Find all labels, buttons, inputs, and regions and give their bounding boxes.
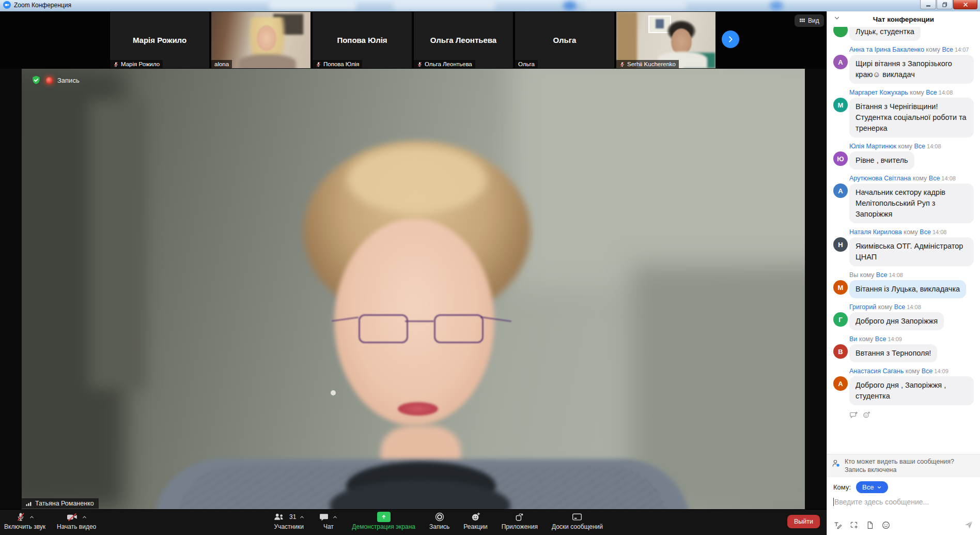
video-blob xyxy=(656,19,664,28)
camera-muted-icon xyxy=(66,512,79,522)
participant-name-label: Serhii Kucherenko xyxy=(627,61,676,67)
video-person-glasses xyxy=(359,314,408,343)
participants-button[interactable]: 31 Участники xyxy=(273,511,305,530)
view-button-label: Вид xyxy=(808,17,819,24)
participant-tile[interactable]: Попова Юлія Попова Юлія xyxy=(312,11,412,69)
emoji-icon[interactable] xyxy=(881,521,891,530)
maximize-button[interactable] xyxy=(937,0,953,9)
chat-message: Маргарет Кожухарь кому Все14:08 М Вітанн… xyxy=(833,89,974,137)
view-button[interactable]: Вид xyxy=(795,14,824,27)
participant-tile[interactable]: Марія Рожило Марія Рожило xyxy=(110,11,210,69)
screenshot-icon[interactable] xyxy=(849,521,859,530)
start-video-label: Начать видео xyxy=(57,523,96,530)
chat-visibility-notice: Кто может видеть ваши сообщения? Запись … xyxy=(827,454,980,478)
participant-tile[interactable]: Ольга Ольга xyxy=(515,11,615,69)
avatar: М xyxy=(833,280,848,295)
chevron-down-icon xyxy=(877,485,882,490)
apps-button[interactable]: Приложения xyxy=(502,511,538,530)
record-button[interactable]: Запись xyxy=(429,511,449,530)
avatar: М xyxy=(833,98,848,112)
next-participants-button[interactable] xyxy=(722,30,739,48)
active-speaker-name: Татьяна Романенко xyxy=(35,500,94,507)
recording-dot-icon xyxy=(46,77,53,84)
participants-label: Участники xyxy=(274,523,304,530)
whiteboards-button[interactable]: Доски сообщений xyxy=(552,511,603,530)
meeting-content: Марія Рожило Марія Рожило alona Поп xyxy=(0,11,827,535)
titlebar-glass xyxy=(584,2,687,10)
reactions-icon xyxy=(471,512,481,522)
participant-tile[interactable]: Serhii Kucherenko xyxy=(616,11,716,69)
message-recipient: Все xyxy=(894,303,906,311)
chat-title: Чат конференции xyxy=(873,16,934,23)
message-recipient: Все xyxy=(942,46,953,53)
chat-panel: Чат конференции Луцьк, студентка Анна та… xyxy=(827,11,980,535)
chevron-up-icon[interactable] xyxy=(332,514,338,520)
share-screen-button[interactable]: Демонстрация экрана xyxy=(352,511,415,530)
chat-compose: Кому: Все Введите здесь сообщение... xyxy=(827,477,980,535)
message-time: 14:08 xyxy=(932,229,947,235)
video-blob xyxy=(512,69,805,286)
participant-tile[interactable]: Ольга Леонтьева Ольга Леонтьева xyxy=(413,11,514,69)
message-bubble: Доброго дня , Запоріжжя , студентка xyxy=(849,376,974,405)
main-speaker-video: Запись Татьяна Романенко xyxy=(22,69,805,510)
recipient-selector[interactable]: Все xyxy=(856,481,888,493)
send-message-icon[interactable] xyxy=(963,519,974,530)
mic-muted-icon xyxy=(113,62,119,67)
chat-message: Анастасия Сагань кому Все14:09 А Доброго… xyxy=(833,368,974,405)
message-input[interactable]: Введите здесь сообщение... xyxy=(833,498,974,506)
titlebar-glass xyxy=(393,2,496,10)
unmute-button[interactable]: Включить звук xyxy=(4,511,45,530)
chat-message-list[interactable]: Луцьк, студентка Анна та Ірина Бакаленко… xyxy=(827,27,980,454)
chat-message-self: Вы кому Все14:08 М Вітання із Луцька, ви… xyxy=(833,271,974,298)
message-bubble: Ввтання з Тернополя! xyxy=(849,344,937,362)
chevron-up-icon[interactable] xyxy=(82,514,87,520)
add-reaction-icon[interactable] xyxy=(862,410,871,419)
chevron-up-icon[interactable] xyxy=(299,514,305,520)
avatar: А xyxy=(833,376,848,391)
participants-count: 31 xyxy=(289,513,296,521)
titlebar-glass xyxy=(563,1,577,10)
visibility-notice-text: Кто может видеть ваши сообщения? Запись … xyxy=(845,457,975,475)
leave-meeting-button[interactable]: Выйти xyxy=(787,515,820,528)
apps-icon xyxy=(515,512,525,522)
participant-name-label: Попова Юлія xyxy=(323,61,359,67)
chat-header: Чат конференции xyxy=(827,11,980,27)
chat-message: Наталя Кирилова кому Все14:08 Н Якимівсь… xyxy=(833,228,974,266)
chat-button[interactable]: Чат xyxy=(319,511,338,530)
message-sender: Анастасия Сагань xyxy=(849,368,904,375)
message-time: 14:08 xyxy=(907,304,921,310)
avatar: Г xyxy=(833,312,848,327)
chat-message: Юлія Мартинюк кому Все14:08 Ю Рівне , вч… xyxy=(833,143,974,170)
participant-tile[interactable]: alona xyxy=(211,11,311,69)
message-time: 14:07 xyxy=(955,47,969,53)
video-blob xyxy=(257,25,276,51)
message-bubble: Рівне , вчитель xyxy=(849,151,914,170)
attach-file-icon[interactable] xyxy=(865,521,875,530)
chat-message: Луцьк, студентка xyxy=(833,27,974,41)
record-icon xyxy=(434,512,445,522)
chevron-up-icon[interactable] xyxy=(29,514,35,520)
window-title: Zoom Конференция xyxy=(14,2,71,9)
message-bubble: Луцьк, студентка xyxy=(849,27,921,41)
start-video-button[interactable]: Начать видео xyxy=(57,511,96,530)
whiteboard-icon xyxy=(571,512,583,522)
minimize-button[interactable] xyxy=(920,0,936,9)
reply-in-thread-icon[interactable] xyxy=(849,410,858,419)
message-time: 14:08 xyxy=(939,89,953,96)
format-text-icon[interactable] xyxy=(833,521,843,530)
unmute-label: Включить звук xyxy=(4,523,45,530)
close-button[interactable] xyxy=(953,0,977,9)
message-sender: Арутюнова Світлана xyxy=(849,175,911,182)
chat-bubble-icon xyxy=(319,512,329,522)
reactions-button[interactable]: Реакции xyxy=(463,511,487,530)
security-shield-icon[interactable] xyxy=(31,75,41,85)
avatar: Ю xyxy=(833,151,848,166)
titlebar-glass xyxy=(770,1,783,10)
message-recipient: Все xyxy=(914,143,926,150)
message-sender: Наталя Кирилова xyxy=(849,228,902,236)
message-recipient: Все xyxy=(875,335,886,343)
message-sender: Анна та Ірина Бакаленко xyxy=(849,46,924,53)
message-bubble: Вітання із Луцька, викладачка xyxy=(849,280,966,298)
collapse-chat-icon[interactable] xyxy=(833,14,841,24)
message-time: 14:09 xyxy=(934,368,948,374)
